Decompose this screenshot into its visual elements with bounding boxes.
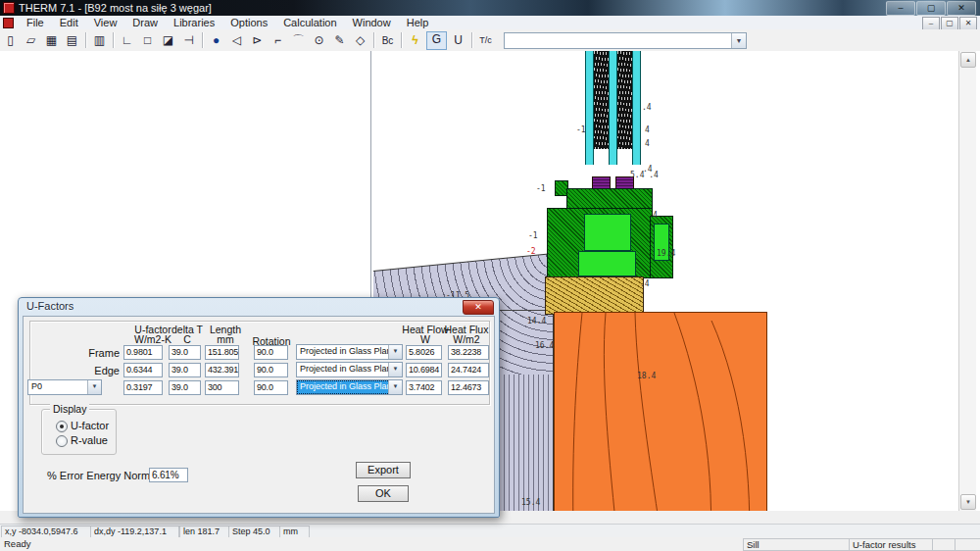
boundary-icon[interactable]: ● <box>207 32 225 49</box>
p0-rotation-field[interactable]: 90.0 <box>254 380 288 395</box>
minimize-button[interactable]: – <box>886 1 915 16</box>
temperature-label: 16.4 <box>535 341 554 350</box>
menu-edit[interactable]: Edit <box>52 17 86 29</box>
insert-point-icon[interactable]: ⊳ <box>248 32 267 49</box>
scroll-down-icon[interactable]: ▼ <box>960 494 976 510</box>
temperature-label: .4 <box>642 103 652 112</box>
eyedropper-icon[interactable]: ✎ <box>330 32 349 49</box>
toolbar-separator <box>401 32 402 48</box>
edge-heat-flux-field[interactable]: 24.7424 <box>448 363 489 377</box>
scroll-up-icon[interactable]: ▲ <box>960 52 976 68</box>
calc-icon[interactable]: ϟ <box>406 32 424 49</box>
p0-u-factor-field[interactable]: 0.3197 <box>123 380 163 395</box>
p0-projection-combobox[interactable]: Projected in Glass Plane ▼ <box>296 379 403 395</box>
select-node-icon[interactable]: ◁ <box>227 32 246 49</box>
glazing-pane <box>585 51 594 165</box>
frame-rotation-field[interactable]: 90.0 <box>254 345 288 360</box>
tag-selector-value: P0 <box>28 380 42 393</box>
display-group-legend: Display <box>50 403 89 415</box>
window-title: THERM 7.1 - [B92 most na siłę 3 węgar] <box>19 2 212 14</box>
edge-projection-combobox[interactable]: Projected in Glass Plane ▼ <box>296 362 403 377</box>
temperature-label: -1 <box>576 125 586 134</box>
r-value-radio[interactable] <box>56 435 68 447</box>
arc-icon[interactable]: ⌒ <box>289 32 308 49</box>
p0-heat-flow-field[interactable]: 3.7402 <box>406 380 442 395</box>
dialog-title: U-Factors <box>26 300 74 312</box>
isotherm-lines <box>555 313 766 511</box>
status-empty-cell <box>955 538 980 551</box>
edge-delta-t-field[interactable]: 39.0 <box>169 363 201 377</box>
status-bar-coordinates: x,y -8034.0,5947.6 dx,dy -119.2,137.1 le… <box>0 524 980 538</box>
edge-rotation-field[interactable]: 90.0 <box>254 363 288 377</box>
zoom-icon[interactable]: ⊙ <box>310 32 328 49</box>
bc-icon[interactable]: Bc <box>378 32 397 49</box>
temperature-label: -2 <box>526 247 536 256</box>
dialog-close-button[interactable]: ✕ <box>463 300 494 315</box>
temperature-label: -1 <box>528 231 538 240</box>
edge-heat-flow-field[interactable]: 10.6984 <box>406 363 442 377</box>
frame-u-factor-field[interactable]: 0.9801 <box>123 345 163 360</box>
chevron-down-icon[interactable]: ▼ <box>388 345 402 359</box>
polyline-icon[interactable]: ∟ <box>118 32 136 49</box>
menu-view[interactable]: View <box>86 17 125 29</box>
temperature-label: 19.4 <box>657 249 675 258</box>
frame-projection-combobox[interactable]: Projected in Glass Plane ▼ <box>296 344 403 360</box>
menu-file[interactable]: File <box>19 17 52 29</box>
menu-calculation[interactable]: Calculation <box>275 17 344 29</box>
mdi-restore-button[interactable]: ▢ <box>941 17 958 30</box>
menu-bar: File Edit View Draw Libraries Options Ca… <box>0 16 980 30</box>
chevron-down-icon[interactable]: ▼ <box>731 33 746 48</box>
edge-length-field[interactable]: 432.391 <box>205 363 239 377</box>
maximize-button[interactable]: ▢ <box>916 1 946 16</box>
open-icon[interactable]: ▱ <box>22 32 40 49</box>
menu-window[interactable]: Window <box>345 17 399 29</box>
dimension-icon[interactable]: ⊣ <box>179 32 198 49</box>
frame-length-field[interactable]: 151.805 <box>205 345 239 360</box>
ufactor-icon[interactable]: U <box>449 32 467 49</box>
mdi-minimize-button[interactable]: – <box>922 17 940 30</box>
eraser-icon[interactable]: ◇ <box>351 32 369 49</box>
u-factor-radio-label[interactable]: U-factor <box>71 420 109 431</box>
glazing-cavity <box>592 51 609 149</box>
ok-button[interactable]: OK <box>358 485 409 502</box>
tag-selector-combobox[interactable]: P0 ▼ <box>27 379 102 395</box>
p0-delta-t-field[interactable]: 39.0 <box>169 380 201 395</box>
temperature-label: 4 <box>645 125 650 134</box>
edge-u-factor-field[interactable]: 0.6344 <box>123 363 163 377</box>
status-ready: Ready <box>4 538 30 549</box>
u-factor-radio[interactable] <box>56 421 68 432</box>
close-button[interactable]: ✕ <box>947 1 976 16</box>
trim-icon[interactable]: ⌐ <box>269 32 287 49</box>
vertical-scrollbar[interactable]: ▲ ▼ <box>958 51 976 511</box>
chevron-down-icon[interactable]: ▼ <box>388 380 402 394</box>
p0-heat-flux-field[interactable]: 12.4673 <box>448 380 489 395</box>
frame-delta-t-field[interactable]: 39.0 <box>169 345 201 360</box>
print-icon[interactable]: ▤ <box>63 32 81 49</box>
menu-help[interactable]: Help <box>399 17 437 29</box>
frame-heat-flux-field[interactable]: 38.2238 <box>448 345 489 360</box>
frame-heat-flow-field[interactable]: 5.8026 <box>406 345 442 360</box>
chevron-down-icon[interactable]: ▼ <box>87 380 101 394</box>
mdi-close-button[interactable]: ✕ <box>959 17 977 30</box>
save-icon[interactable]: ▦ <box>42 32 61 49</box>
title-bar: THERM 7.1 - [B92 most na siłę 3 węgar] –… <box>0 0 980 16</box>
library-icon[interactable]: ▥ <box>90 32 109 49</box>
menu-options[interactable]: Options <box>222 17 275 29</box>
rectangle-icon[interactable]: □ <box>138 32 157 49</box>
toolbar-separator <box>85 32 86 48</box>
display-group: Display U-factor R-value <box>41 409 117 455</box>
chevron-down-icon[interactable]: ▼ <box>388 363 402 376</box>
menu-libraries[interactable]: Libraries <box>166 17 222 29</box>
results-icon[interactable]: G <box>426 31 447 50</box>
toolbar-separator <box>471 32 472 48</box>
r-value-radio-label[interactable]: R-value <box>71 434 108 446</box>
temperature-label: -1 <box>536 184 546 193</box>
tc-icon[interactable]: T/c <box>476 32 495 49</box>
menu-draw[interactable]: Draw <box>124 17 166 29</box>
p0-length-field[interactable]: 300 <box>205 380 239 395</box>
export-button[interactable]: Export <box>356 462 411 478</box>
temperature-label: 4 <box>645 139 650 148</box>
results-combobox[interactable]: ▼ <box>504 32 747 49</box>
fill-icon[interactable]: ◪ <box>159 32 177 49</box>
new-icon[interactable]: ▯ <box>1 32 20 49</box>
